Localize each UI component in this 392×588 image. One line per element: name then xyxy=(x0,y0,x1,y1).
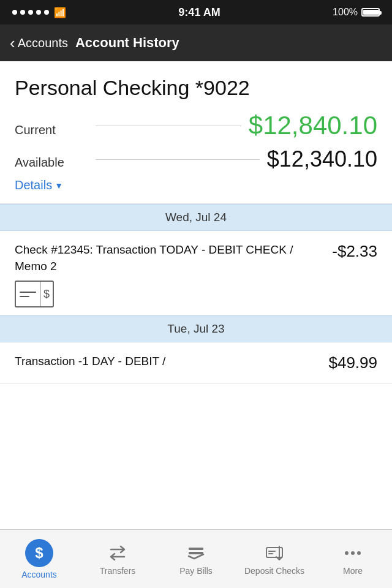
transaction-desc: Check #12345: Transaction TODAY - DEBIT … xyxy=(15,242,322,274)
wifi-icon: 📶 xyxy=(54,7,66,18)
pay-bills-icon-wrap xyxy=(186,543,206,564)
tab-pay-bills-label: Pay Bills xyxy=(179,566,213,576)
more-icon-wrap xyxy=(342,543,363,564)
svg-point-7 xyxy=(357,551,361,555)
tab-transfers-label: Transfers xyxy=(100,566,136,576)
battery-icon xyxy=(361,8,380,17)
transfers-icon xyxy=(107,543,128,564)
content-area: Personal Checking *9022 Current $12,840.… xyxy=(0,61,392,529)
transaction-desc-2: Transaction -1 DAY - DEBIT / xyxy=(15,353,318,370)
tab-more[interactable]: More xyxy=(314,530,392,588)
back-chevron-icon: ‹ xyxy=(10,35,15,51)
transfers-icon-wrap xyxy=(107,543,128,564)
tab-bar: $ Accounts Transfers Pay Bills xyxy=(0,529,392,588)
back-button[interactable]: ‹ Accounts xyxy=(10,35,68,51)
svg-point-5 xyxy=(345,551,349,555)
transaction-item-2[interactable]: Transaction -1 DAY - DEBIT / $49.99 xyxy=(0,342,392,384)
svg-rect-2 xyxy=(266,548,282,557)
available-label: Available xyxy=(15,156,88,170)
tab-more-label: More xyxy=(343,566,363,576)
details-label: Details xyxy=(15,178,52,192)
check-line-2 xyxy=(20,296,29,297)
svg-rect-0 xyxy=(189,548,203,550)
tab-pay-bills[interactable]: Pay Bills xyxy=(157,530,235,588)
check-dollar-sign: $ xyxy=(40,282,53,306)
check-line-1 xyxy=(20,292,36,293)
details-link[interactable]: Details ▼ xyxy=(15,178,377,192)
account-name: Personal Checking *9022 xyxy=(15,76,377,100)
current-amount: $12,840.10 xyxy=(249,111,377,140)
available-divider xyxy=(96,159,260,160)
accounts-icon: $ xyxy=(25,539,53,567)
svg-rect-1 xyxy=(189,552,203,554)
back-label: Accounts xyxy=(18,36,68,50)
deposit-checks-icon xyxy=(264,543,285,564)
tab-accounts-label: Accounts xyxy=(21,570,57,579)
details-chevron-icon: ▼ xyxy=(55,181,63,190)
section-header-tue: Tue, Jul 23 xyxy=(0,315,392,342)
current-label: Current xyxy=(15,123,88,137)
pay-bills-icon xyxy=(186,543,206,564)
tab-deposit-checks-label: Deposit Checks xyxy=(244,566,304,576)
transaction-left-2: Transaction -1 DAY - DEBIT / xyxy=(15,353,318,376)
transaction-left: Check #12345: Transaction TODAY - DEBIT … xyxy=(15,242,322,307)
tab-accounts[interactable]: $ Accounts xyxy=(0,530,78,588)
transaction-item[interactable]: Check #12345: Transaction TODAY - DEBIT … xyxy=(0,231,392,315)
transaction-amount-2: $49.99 xyxy=(328,353,377,372)
check-lines xyxy=(16,289,40,300)
nav-title: Account History xyxy=(75,35,179,51)
available-balance-row: Available $12,340.10 xyxy=(15,146,377,172)
available-amount: $12,340.10 xyxy=(267,146,377,172)
section-header-wed: Wed, Jul 24 xyxy=(0,204,392,231)
transaction-amount: -$2.33 xyxy=(332,242,377,261)
deposit-checks-icon-wrap xyxy=(264,543,285,564)
tab-transfers[interactable]: Transfers xyxy=(78,530,157,588)
account-header: Personal Checking *9022 Current $12,840.… xyxy=(0,61,392,204)
check-icon: $ xyxy=(15,281,54,307)
nav-bar: ‹ Accounts Account History xyxy=(0,24,392,61)
current-balance-row: Current $12,840.10 xyxy=(15,111,377,140)
more-icon xyxy=(342,543,363,564)
tab-deposit-checks[interactable]: Deposit Checks xyxy=(235,530,314,588)
status-bar: 📶 9:41 AM 100% xyxy=(0,0,392,24)
svg-point-6 xyxy=(351,551,355,555)
accounts-icon-wrap: $ xyxy=(25,539,53,567)
signal-dots xyxy=(12,10,49,15)
current-divider xyxy=(96,126,241,126)
status-time: 9:41 AM xyxy=(178,6,220,19)
battery-percent: 100% xyxy=(333,7,358,18)
